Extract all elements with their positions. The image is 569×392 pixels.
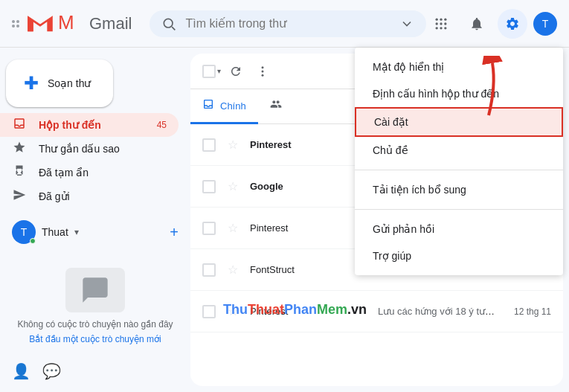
chat-icon[interactable]: 💬 [42,362,61,380]
search-bar[interactable] [150,10,426,37]
user-avatar-btn[interactable]: T [533,12,557,36]
people-icon[interactable]: 👤 [12,362,30,380]
sidebar-item-starred[interactable]: Thư gắn dấu sao [0,137,179,161]
logo: M Gmail [12,13,132,34]
email-sender: Google [250,181,369,192]
email-checkbox[interactable] [202,180,216,193]
user-section[interactable]: T Thuat ▾ + [0,214,190,250]
svg-point-14 [262,66,264,68]
dropdown-label: Trợ giúp [373,250,411,262]
compose-plus-icon: ✚ [24,73,39,94]
topbar: M Gmail [0,0,569,48]
email-checkbox[interactable] [202,263,216,277]
gmail-logo-m: M [58,14,85,33]
sidebar-item-snoozed-label: Đã tạm ẩn [39,167,167,179]
email-item[interactable]: ☆ Pinterest Lưu các hứng với 18 ý tưởng … [190,291,563,332]
topbar-actions: T [426,9,557,39]
chinh-icon [202,98,214,113]
user-dropdown-icon: ▾ [74,227,79,237]
add-account-icon[interactable]: + [170,224,179,241]
sidebar-item-inbox-label: Hộp thư đến [39,119,145,131]
email-sender: Pinterest [250,222,369,234]
start-conversation-link[interactable]: Bắt đầu một cuộc trò chuyện mới [12,334,179,344]
dropdown-separator-2 [355,209,563,210]
svg-point-16 [262,74,264,76]
toolbar-left: ▾ [202,60,274,83]
snoozed-icon [12,164,27,181]
dropdown-item-tro-giup[interactable]: Trợ giúp [355,242,563,269]
email-sender: Pinterest [250,139,369,150]
grid-dots [12,20,19,28]
dropdown-item-dinh-cau-hinh[interactable]: Định cấu hình hộp thư đến [355,80,563,107]
select-all-dropdown[interactable]: ▾ [202,65,221,78]
sidebar-item-inbox[interactable]: Hộp thư đến 45 [0,113,179,137]
select-dropdown-arrow[interactable]: ▾ [217,67,221,75]
svg-point-11 [436,27,438,29]
email-checkbox[interactable] [202,138,216,152]
email-date: 12 thg 11 [514,306,551,317]
email-star-icon[interactable]: ☆ [228,304,238,318]
email-preview: Lưu các hứng với 18 ý tưởng thịnh hành n… [378,306,499,317]
dropdown-label: Mật độ hiển thị [373,61,444,73]
svg-point-13 [444,27,446,29]
sidebar-item-inbox-count: 45 [157,120,167,130]
tab-chinh[interactable]: Chính [190,89,258,124]
email-content: Lưu các hứng với 18 ý tưởng thịnh hành n… [378,306,499,317]
dropdown-separator [355,170,563,170]
settings-dropdown: Mật độ hiển thị Định cấu hình hộp thư đế… [355,48,563,275]
dropdown-item-tai-tien-ich[interactable]: Tải tiện ích bổ sung [355,176,563,203]
search-dropdown-icon[interactable] [399,16,414,31]
apps-icon-btn[interactable] [426,9,456,39]
star-icon [12,141,27,157]
online-dot [30,238,36,244]
dropdown-item-mat-do[interactable]: Mật độ hiển thị [355,54,563,80]
inbox-icon [12,117,27,133]
email-checkbox[interactable] [202,305,216,318]
social-icon [270,98,282,113]
dropdown-label: Cài đặt [374,116,408,128]
email-sender: FontStruct [250,264,369,275]
sidebar-item-snoozed[interactable]: Đã tạm ẩn [0,161,179,184]
dropdown-item-cai-dat[interactable]: Cài đặt [355,107,563,137]
refresh-btn[interactable] [224,60,248,83]
sidebar: ✚ Soạn thư Hộp thư đến 45 Thư gắn dấu sa… [0,48,190,392]
search-icon [161,16,176,31]
chat-area: Không có cuộc trò chuyện nào gần đây Bắt… [0,262,190,350]
user-avatar: T [12,220,36,244]
svg-line-4 [173,27,176,30]
dropdown-label: Tải tiện ích bổ sung [373,184,466,196]
svg-point-5 [436,18,438,20]
dropdown-item-chu-de[interactable]: Chủ đề [355,137,563,164]
email-star-icon[interactable]: ☆ [228,263,238,277]
dropdown-label: Chủ đề [373,144,408,156]
dropdown-label: Gửi phản hồi [373,223,434,235]
no-conversation-text: Không có cuộc trò chuyện nào gần đây [12,318,179,331]
notifications-icon-btn[interactable] [462,9,492,39]
email-star-icon[interactable]: ☆ [228,179,238,193]
svg-point-9 [440,22,442,25]
select-all-checkbox[interactable] [202,65,216,78]
email-checkbox[interactable] [202,222,216,235]
gmail-logo-icon [25,13,55,34]
user-name: Thuat [42,226,68,238]
compose-label: Soạn thư [48,77,91,89]
svg-point-8 [436,22,438,25]
email-star-icon[interactable]: ☆ [228,221,238,235]
more-options-btn[interactable] [251,60,274,83]
compose-button[interactable]: ✚ Soạn thư [6,60,113,107]
sidebar-item-sent[interactable]: Đã gửi [0,184,179,208]
tab-social[interactable] [258,89,294,124]
email-sender: Pinterest [250,306,369,317]
settings-icon-btn[interactable] [498,9,527,39]
dropdown-item-gui-phan-hoi[interactable]: Gửi phản hồi [355,216,563,242]
search-input[interactable] [185,17,390,30]
svg-point-7 [444,18,446,20]
svg-point-6 [440,18,442,20]
sidebar-item-starred-label: Thư gắn dấu sao [39,143,167,155]
svg-point-15 [262,70,264,72]
chat-bubble-icon [65,268,125,312]
email-star-icon[interactable]: ☆ [228,138,238,152]
sent-icon [12,188,27,205]
svg-point-3 [164,19,173,28]
sidebar-item-sent-label: Đã gửi [39,190,167,202]
